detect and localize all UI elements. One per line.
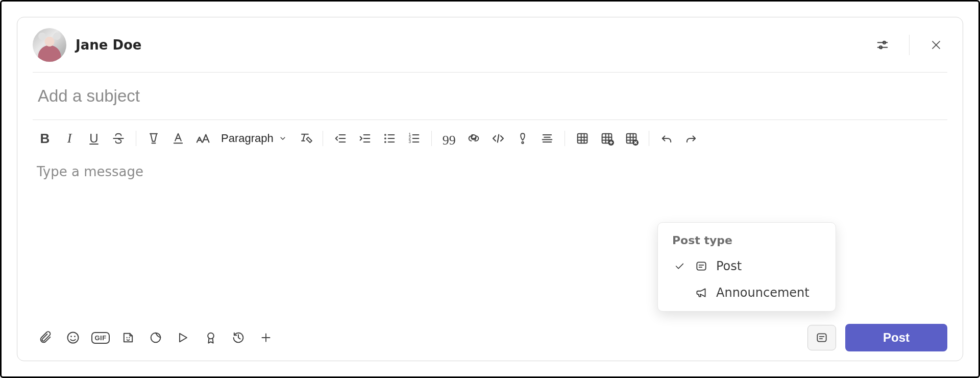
bold-button[interactable]: B [33,127,57,150]
plus-icon [259,331,273,344]
svg-rect-59 [697,262,705,270]
close-icon [930,39,942,51]
post-type-menu-title: Post type [662,231,831,253]
horizontal-rule-icon [540,131,554,146]
italic-icon: I [67,131,72,146]
gif-button[interactable]: GIF [88,326,113,349]
attach-button[interactable] [33,326,58,349]
undo-icon [659,131,674,146]
header-separator [909,35,910,55]
more-actions-button[interactable] [253,326,279,349]
undo-button[interactable] [654,127,679,150]
post-type-option-post[interactable]: Post [662,253,831,279]
link-icon [467,131,481,146]
sticker-button[interactable] [115,326,141,349]
badge-icon [204,330,218,345]
svg-point-14 [384,134,386,136]
post-option-icon [695,259,708,273]
window-frame: Jane Doe [0,0,980,378]
important-icon [516,132,529,145]
font-size-button[interactable] [190,127,215,150]
highlight-button[interactable] [141,127,166,150]
post-type-option-label: Announcement [716,286,810,300]
svg-point-26 [522,141,523,143]
font-size-icon [195,131,210,146]
table-add-icon [600,131,614,146]
post-button[interactable]: Post [845,324,947,351]
bullet-list-icon [382,131,397,146]
decrease-indent-button[interactable] [328,127,353,150]
post-type-button[interactable] [807,325,836,350]
message-composer: Jane Doe [17,17,963,361]
svg-text:3: 3 [408,139,411,144]
svg-point-52 [129,337,130,338]
code-button[interactable] [486,127,510,150]
clear-formatting-icon [298,131,312,146]
schedule-icon [231,330,246,345]
highlighter-icon [146,131,161,146]
svg-point-50 [74,336,76,337]
praise-button[interactable] [198,326,224,349]
loop-icon [149,330,163,345]
megaphone-icon [695,286,708,299]
author-name: Jane Doe [76,37,142,53]
increase-indent-button[interactable] [353,127,377,150]
table-delete-button[interactable] [619,127,644,150]
font-color-icon [171,131,185,146]
paragraph-style-label: Paragraph [221,132,274,145]
sticker-icon [121,330,135,345]
numbered-list-button[interactable]: 1 2 3 [402,127,426,150]
post-type-option-label: Post [716,259,742,273]
svg-point-16 [384,137,386,139]
svg-point-51 [127,337,128,338]
author-avatar [33,28,66,62]
numbered-list-icon: 1 2 3 [407,131,421,146]
svg-rect-31 [577,134,587,144]
quote-icon: 99 [443,133,456,148]
svg-point-48 [68,333,79,343]
underline-button[interactable]: U [82,127,106,150]
quote-button[interactable]: 99 [437,127,461,150]
gif-icon: GIF [91,332,109,344]
emoji-icon [66,330,80,345]
stream-icon [176,330,190,345]
sliders-icon [875,38,890,52]
svg-rect-56 [817,334,826,341]
important-button[interactable] [510,127,535,150]
emoji-button[interactable] [60,326,86,349]
svg-point-49 [70,336,72,337]
paragraph-style-button[interactable]: Paragraph [215,127,293,150]
table-add-button[interactable] [595,127,619,150]
chevron-down-icon [279,134,287,143]
bulleted-list-button[interactable] [377,127,402,150]
svg-point-18 [384,141,386,143]
post-type-icon [815,331,828,344]
strikethrough-icon [112,132,125,145]
check-icon [672,261,687,272]
composer-header: Jane Doe [33,17,947,73]
redo-icon [684,131,698,146]
schedule-button[interactable] [226,326,251,349]
clear-formatting-button[interactable] [293,127,317,150]
horizontal-rule-button[interactable] [535,127,559,150]
close-button[interactable] [925,34,947,56]
italic-button[interactable]: I [57,127,82,150]
formatting-toolbar: B I U [33,120,947,155]
outdent-icon [333,131,348,146]
table-delete-icon [624,131,639,146]
code-icon [491,131,506,146]
table-button[interactable] [570,127,595,150]
redo-button[interactable] [679,127,703,150]
link-button[interactable] [461,127,486,150]
subject-row [33,73,947,120]
strikethrough-button[interactable] [106,127,131,150]
indent-icon [358,131,372,146]
font-color-button[interactable] [166,127,190,150]
subject-input[interactable] [37,86,943,106]
stream-button[interactable] [170,326,196,349]
loop-button[interactable] [143,326,168,349]
paperclip-icon [38,330,53,345]
bold-icon: B [40,131,50,147]
post-type-option-announcement[interactable]: Announcement [662,279,831,306]
composer-options-button[interactable] [871,34,894,56]
